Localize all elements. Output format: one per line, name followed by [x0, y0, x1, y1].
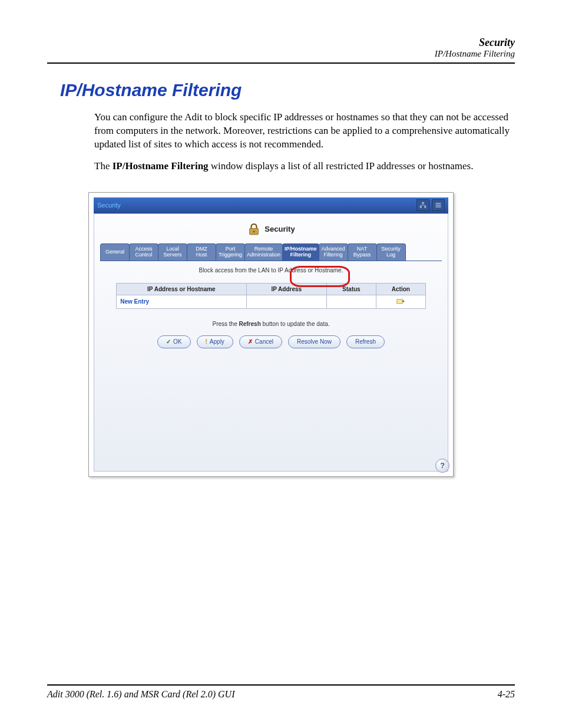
svg-rect-5: [436, 206, 441, 207]
footer-right: 4-25: [498, 689, 515, 700]
apply-button[interactable]: !Apply: [197, 335, 233, 348]
button-row: ✓OK !Apply ✗Cancel Resolve Now Refresh: [99, 333, 443, 348]
col-status: Status: [326, 283, 376, 295]
svg-rect-2: [424, 206, 426, 207]
app-window: Security Security General Access Contro: [88, 192, 454, 477]
sitemap-icon[interactable]: [416, 199, 429, 211]
add-entry-icon[interactable]: [396, 299, 405, 306]
tab-bar: General Access Control Local Servers DMZ…: [99, 243, 443, 261]
footer-left: Adit 3000 (Rel. 1.6) and MSR Card (Rel 2…: [47, 689, 234, 700]
header-subsection: IP/Hostname Filtering: [47, 49, 515, 59]
tab-general[interactable]: General: [100, 243, 130, 261]
tab-port-triggering[interactable]: Port Triggering: [216, 243, 245, 261]
window-titlebar: Security: [94, 197, 448, 213]
filter-table: IP Address or Hostname IP Address Status…: [116, 283, 426, 309]
security-icon: [247, 222, 261, 236]
window-title: Security: [97, 202, 121, 209]
intro-paragraph-1: You can configure the Adit to block spec…: [94, 111, 515, 151]
list-icon[interactable]: [432, 199, 445, 211]
table-row: New Entry: [117, 295, 426, 308]
svg-point-7: [253, 230, 255, 232]
svg-rect-1: [420, 206, 422, 207]
new-entry-link[interactable]: New Entry: [120, 298, 149, 305]
tab-nat-bypass[interactable]: NAT Bypass: [348, 243, 377, 261]
svg-rect-0: [422, 202, 424, 204]
svg-rect-4: [436, 205, 441, 206]
col-action: Action: [376, 283, 425, 295]
header-rule: [47, 62, 515, 64]
tab-security-log[interactable]: Security Log: [376, 243, 406, 261]
panel-heading: Security: [99, 218, 443, 243]
svg-rect-3: [436, 203, 441, 204]
svg-rect-8: [397, 299, 402, 303]
refresh-button[interactable]: Refresh: [346, 335, 385, 348]
col-ip-address: IP Address: [246, 283, 326, 295]
page-title: IP/Hostname Filtering: [60, 80, 515, 100]
footer-rule: [47, 684, 515, 686]
tab-ip-hostname-filtering[interactable]: IP/Hostname Filtering: [282, 243, 319, 261]
tab-remote-administration[interactable]: Remote Administration: [244, 243, 283, 261]
col-ip-hostname: IP Address or Hostname: [117, 283, 246, 295]
cancel-button[interactable]: ✗Cancel: [239, 335, 282, 348]
tab-dmz-host[interactable]: DMZ Host: [187, 243, 216, 261]
tab-access-control[interactable]: Access Control: [129, 243, 158, 261]
resolve-now-button[interactable]: Resolve Now: [288, 335, 340, 348]
instruction-text: Block access from the LAN to IP Address …: [99, 261, 443, 283]
header-section: Security: [47, 37, 515, 49]
tab-advanced-filtering[interactable]: Advanced Filtering: [319, 243, 348, 261]
ok-button[interactable]: ✓OK: [157, 335, 190, 348]
help-icon[interactable]: ?: [435, 459, 449, 473]
tab-local-servers[interactable]: Local Servers: [158, 243, 187, 261]
intro-paragraph-2: The IP/Hostname Filtering window display…: [94, 160, 515, 173]
refresh-note: Press the Refresh button to update the d…: [99, 309, 443, 333]
